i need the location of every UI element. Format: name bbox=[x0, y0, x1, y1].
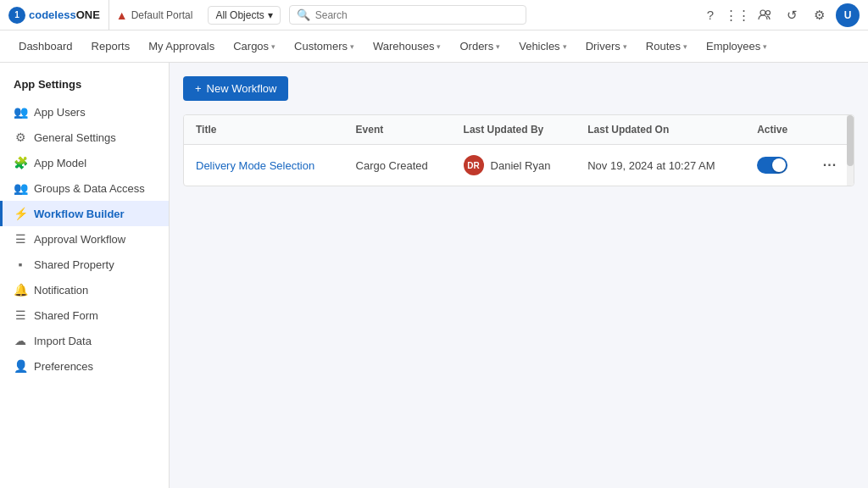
customers-chevron-icon: ▾ bbox=[350, 42, 354, 51]
cell-event: Cargo Created bbox=[344, 145, 452, 186]
groups-icon: 👥 bbox=[14, 181, 27, 195]
user-avatar: DR bbox=[464, 155, 484, 175]
workflow-table-container: Title Event Last Updated By Last Updated… bbox=[183, 114, 854, 186]
portal-label: Default Portal bbox=[131, 9, 193, 21]
logo-icon: 1 bbox=[8, 7, 25, 24]
sidebar-title: App Settings bbox=[0, 73, 169, 99]
active-toggle[interactable] bbox=[757, 157, 787, 174]
app-model-icon: 🧩 bbox=[14, 156, 27, 169]
sidebar-label-preferences: Preferences bbox=[34, 360, 93, 373]
sidebar-item-groups-data-access[interactable]: 👥 Groups & Data Access bbox=[0, 175, 169, 201]
sidebar-item-app-users[interactable]: 👥 App Users bbox=[0, 99, 169, 125]
sidebar-label-notification: Notification bbox=[34, 284, 88, 297]
new-workflow-label: New Workflow bbox=[207, 82, 277, 95]
new-workflow-icon: + bbox=[195, 82, 202, 95]
app-logo[interactable]: 1 codelessONE bbox=[8, 7, 100, 24]
avatar[interactable]: U bbox=[836, 3, 860, 27]
sidebar-item-app-model[interactable]: 🧩 App Model bbox=[0, 150, 169, 175]
sidebar-item-shared-property[interactable]: ▪ Shared Property bbox=[0, 252, 169, 277]
topbar-icons: ? ⋮⋮ ↺ ⚙ U bbox=[700, 3, 860, 27]
app-users-icon: 👥 bbox=[14, 105, 27, 119]
general-settings-icon: ⚙ bbox=[14, 130, 27, 144]
user-name: Daniel Ryan bbox=[491, 159, 551, 172]
sidebar-item-preferences[interactable]: 👤 Preferences bbox=[0, 353, 169, 379]
objects-chevron-icon: ▾ bbox=[268, 9, 273, 21]
cell-updated-on: Nov 19, 2024 at 10:27 AM bbox=[576, 145, 745, 186]
warehouses-chevron-icon: ▾ bbox=[437, 42, 441, 51]
cell-active bbox=[745, 145, 806, 186]
menu-icon[interactable]: ⋮⋮ bbox=[727, 5, 748, 25]
svg-point-0 bbox=[760, 10, 765, 15]
shared-form-icon: ☰ bbox=[14, 308, 27, 322]
approval-icon: ☰ bbox=[14, 232, 27, 246]
col-last-updated-on: Last Updated On bbox=[576, 115, 745, 145]
import-icon: ☁ bbox=[14, 334, 27, 347]
notification-icon: 🔔 bbox=[14, 283, 27, 297]
search-icon: 🔍 bbox=[297, 8, 310, 21]
routes-chevron-icon: ▾ bbox=[683, 42, 687, 51]
more-button[interactable]: ··· bbox=[818, 153, 842, 177]
navbar: Dashboard Reports My Approvals Cargos▾ C… bbox=[0, 30, 868, 63]
sidebar-label-import: Import Data bbox=[34, 335, 92, 347]
sidebar-item-notification[interactable]: 🔔 Notification bbox=[0, 277, 169, 302]
sidebar-label-approval: Approval Workflow bbox=[34, 233, 125, 246]
nav-customers[interactable]: Customers▾ bbox=[286, 35, 363, 58]
nav-employees[interactable]: Employees▾ bbox=[698, 35, 776, 58]
table-header-row: Title Event Last Updated By Last Updated… bbox=[184, 115, 854, 145]
toggle-knob bbox=[772, 158, 786, 172]
logo-text: codelessONE bbox=[29, 8, 100, 21]
content-area: + New Workflow Title Event Last Updated … bbox=[170, 63, 868, 488]
svg-point-1 bbox=[766, 10, 771, 14]
sidebar: App Settings 👥 App Users ⚙ General Setti… bbox=[0, 63, 170, 488]
preferences-icon: 👤 bbox=[14, 359, 27, 373]
portal-badge[interactable]: ▲ Default Portal bbox=[108, 0, 200, 30]
nav-warehouses[interactable]: Warehouses▾ bbox=[364, 35, 450, 58]
employees-chevron-icon: ▾ bbox=[763, 42, 767, 51]
scrollbar[interactable] bbox=[847, 115, 854, 186]
sidebar-item-general-settings[interactable]: ⚙ General Settings bbox=[0, 125, 169, 150]
settings-icon[interactable]: ⚙ bbox=[809, 5, 829, 25]
orders-chevron-icon: ▾ bbox=[496, 42, 500, 51]
main-layout: App Settings 👥 App Users ⚙ General Setti… bbox=[0, 63, 868, 488]
topbar: 1 codelessONE ▲ Default Portal All Objec… bbox=[0, 0, 868, 30]
nav-drivers[interactable]: Drivers▾ bbox=[577, 35, 636, 58]
col-event: Event bbox=[344, 115, 452, 145]
nav-reports[interactable]: Reports bbox=[83, 35, 139, 58]
vehicles-chevron-icon: ▾ bbox=[563, 42, 567, 51]
sidebar-item-shared-form[interactable]: ☰ Shared Form bbox=[0, 302, 169, 328]
search-input[interactable] bbox=[315, 9, 519, 21]
nav-my-approvals[interactable]: My Approvals bbox=[140, 35, 223, 58]
sidebar-item-workflow-builder[interactable]: ⚡ Workflow Builder bbox=[0, 201, 169, 226]
col-title: Title bbox=[184, 115, 344, 145]
cell-title: Delivery Mode Selection bbox=[184, 145, 344, 186]
sidebar-label-general-settings: General Settings bbox=[34, 131, 116, 144]
search-box[interactable]: 🔍 bbox=[289, 5, 526, 25]
nav-orders[interactable]: Orders▾ bbox=[451, 35, 509, 58]
cell-updated-by: DR Daniel Ryan bbox=[452, 145, 576, 186]
sidebar-label-app-model: App Model bbox=[34, 157, 86, 169]
sidebar-label-shared-form: Shared Form bbox=[34, 309, 98, 322]
col-active: Active bbox=[745, 115, 806, 145]
workflow-table: Title Event Last Updated By Last Updated… bbox=[184, 115, 854, 186]
sidebar-item-approval-workflow[interactable]: ☰ Approval Workflow bbox=[0, 226, 169, 252]
objects-dropdown[interactable]: All Objects ▾ bbox=[208, 6, 280, 25]
shared-property-icon: ▪ bbox=[14, 258, 27, 271]
objects-label: All Objects bbox=[215, 9, 264, 21]
nav-vehicles[interactable]: Vehicles▾ bbox=[510, 35, 575, 58]
portal-icon: ▲ bbox=[116, 8, 128, 22]
cargos-chevron-icon: ▾ bbox=[271, 42, 275, 51]
history-icon[interactable]: ↺ bbox=[782, 5, 802, 25]
nav-routes[interactable]: Routes▾ bbox=[637, 35, 696, 58]
workflow-title-link[interactable]: Delivery Mode Selection bbox=[196, 159, 314, 172]
nav-dashboard[interactable]: Dashboard bbox=[10, 35, 81, 58]
sidebar-label-app-users: App Users bbox=[34, 106, 86, 119]
sidebar-label-shared-property: Shared Property bbox=[34, 258, 114, 271]
col-last-updated-by: Last Updated By bbox=[452, 115, 576, 145]
new-workflow-button[interactable]: + New Workflow bbox=[183, 76, 288, 101]
table-row: Delivery Mode Selection Cargo Created DR… bbox=[184, 145, 854, 186]
sidebar-item-import-data[interactable]: ☁ Import Data bbox=[0, 328, 169, 353]
nav-cargos[interactable]: Cargos▾ bbox=[225, 35, 284, 58]
sidebar-label-groups: Groups & Data Access bbox=[34, 182, 145, 195]
help-icon[interactable]: ? bbox=[700, 5, 721, 25]
users-icon[interactable] bbox=[754, 5, 775, 25]
